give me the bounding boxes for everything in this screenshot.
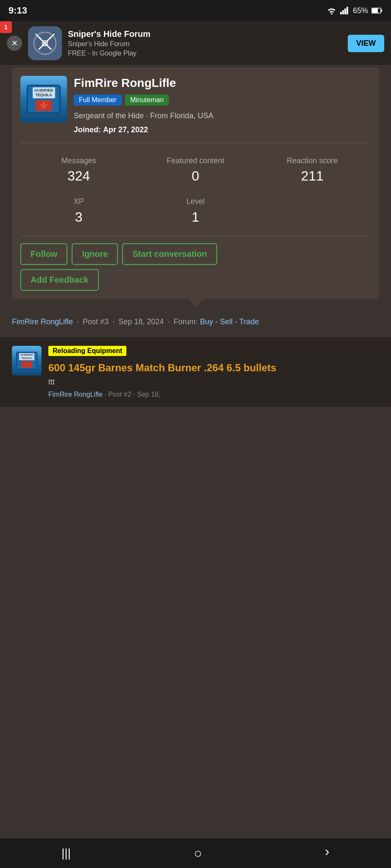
level-value: 1 bbox=[137, 209, 254, 225]
profile-joined: Joined: Apr 27, 2022 bbox=[74, 125, 371, 134]
post-title[interactable]: 600 145gr Barnes Match Burner .264 6.5 b… bbox=[48, 361, 379, 374]
xp-value: 3 bbox=[20, 209, 137, 225]
status-icons: 65% bbox=[327, 6, 383, 15]
post-meta-num: Post #2 bbox=[108, 391, 131, 398]
signal-icon bbox=[340, 7, 349, 14]
action-buttons-row1: Follow Ignore Start conversation bbox=[20, 243, 371, 265]
post-reference: FimRire RongLifle · Post #3 · Sep 18, 20… bbox=[0, 308, 391, 336]
forum-section: ACIDIFIEDTEQUILA Reloading Equipment 600… bbox=[0, 336, 391, 407]
post-ref-date: Sep 18, 2024 bbox=[118, 317, 164, 326]
messages-label: Messages bbox=[20, 156, 137, 166]
stats-grid: Messages 324 Featured content 0 Reaction… bbox=[20, 143, 371, 188]
svg-rect-6 bbox=[381, 9, 382, 12]
wifi-icon bbox=[327, 7, 337, 14]
joined-label: Joined: bbox=[74, 125, 101, 134]
post-ref-num: Post #3 bbox=[83, 317, 109, 326]
stat-reaction: Reaction score 211 bbox=[254, 152, 371, 188]
reaction-value: 211 bbox=[254, 168, 371, 184]
bottom-nav: ||| ○ ‹ bbox=[0, 838, 391, 868]
profile-avatar: ACIDIFIEDTEQUILA bbox=[20, 76, 67, 122]
stat-messages: Messages 324 bbox=[20, 152, 137, 188]
post-body: ttt bbox=[48, 378, 379, 387]
stat-empty bbox=[254, 192, 371, 229]
profile-card: ACIDIFIEDTEQUILA FimRire RongLifle Full … bbox=[12, 67, 379, 299]
ad-close-button[interactable]: ✕ bbox=[7, 36, 22, 51]
xp-label: XP bbox=[20, 197, 137, 206]
stat-xp: XP 3 bbox=[20, 192, 137, 229]
svg-rect-2 bbox=[342, 10, 344, 14]
post-ref-forum-name[interactable]: Buy - Sell - Trade bbox=[200, 317, 259, 326]
ad-view-button[interactable]: VIEW bbox=[348, 35, 384, 52]
ignore-button[interactable]: Ignore bbox=[72, 243, 118, 265]
nav-home-button[interactable]: ○ bbox=[181, 841, 215, 865]
status-bar: 9:13 65% bbox=[0, 0, 391, 21]
stat-level: Level 1 bbox=[137, 192, 254, 229]
nav-recent-button[interactable]: ‹ bbox=[312, 841, 342, 865]
ad-app-icon bbox=[28, 26, 62, 60]
messages-value: 324 bbox=[20, 168, 137, 184]
profile-info: FimRire RongLifle Full Member Minuteman … bbox=[74, 76, 371, 134]
post-meta-date: Sep 18, bbox=[137, 391, 160, 398]
ad-banner: ✕ Sniper's Hide Forum Sniper's Hide Foru… bbox=[0, 21, 391, 66]
ad-app-name: Sniper's Hide Forum bbox=[68, 28, 342, 39]
svg-rect-7 bbox=[372, 8, 378, 13]
post-content-1: Reloading Equipment 600 145gr Barnes Mat… bbox=[48, 346, 379, 398]
post-meta: FimRire RongLifle · Post #2 · Sep 18, bbox=[48, 391, 379, 398]
add-feedback-button[interactable]: Add Feedback bbox=[20, 269, 99, 291]
status-time: 9:13 bbox=[8, 5, 27, 16]
level-label: Level bbox=[137, 197, 254, 206]
notification-badge: 1 bbox=[0, 21, 12, 33]
featured-label: Featured content bbox=[137, 156, 254, 166]
battery-display: 65% bbox=[353, 6, 368, 15]
ad-text-block: Sniper's Hide Forum Sniper's Hide Forum … bbox=[68, 28, 342, 58]
post-ref-forum-label: Forum: bbox=[173, 317, 198, 326]
action-buttons-row2: Add Feedback bbox=[20, 269, 371, 291]
stat-featured: Featured content 0 bbox=[137, 152, 254, 188]
post-category[interactable]: Reloading Equipment bbox=[48, 346, 126, 356]
svg-point-0 bbox=[331, 13, 332, 14]
battery-icon bbox=[371, 7, 383, 14]
popup-arrow bbox=[188, 298, 203, 308]
forum-post-1: ACIDIFIEDTEQUILA Reloading Equipment 600… bbox=[0, 337, 391, 407]
follow-button[interactable]: Follow bbox=[20, 243, 67, 265]
badge-minuteman: Minuteman bbox=[125, 95, 169, 106]
svg-rect-1 bbox=[340, 12, 342, 14]
svg-rect-3 bbox=[344, 8, 346, 14]
post-thumbnail: ACIDIFIEDTEQUILA bbox=[12, 346, 42, 376]
profile-header: ACIDIFIEDTEQUILA FimRire RongLifle Full … bbox=[20, 76, 371, 134]
start-conversation-button[interactable]: Start conversation bbox=[122, 243, 217, 265]
badge-full-member: Full Member bbox=[74, 95, 122, 106]
profile-badges: Full Member Minuteman bbox=[74, 95, 371, 106]
stats-divider bbox=[20, 236, 371, 236]
nav-back-button[interactable]: ||| bbox=[49, 842, 84, 864]
stats-row2: XP 3 Level 1 bbox=[20, 192, 371, 229]
reaction-label: Reaction score bbox=[254, 156, 371, 166]
svg-rect-4 bbox=[346, 7, 348, 14]
post-ref-username[interactable]: FimRire RongLifle bbox=[12, 317, 73, 326]
post-meta-username[interactable]: FimRire RongLifle bbox=[48, 391, 103, 398]
ad-app-subtitle: Sniper's Hide Forum bbox=[68, 39, 342, 49]
ad-app-tag: FREE - In Google Play bbox=[68, 49, 342, 58]
profile-name: FimRire RongLifle bbox=[74, 76, 371, 90]
profile-rank: Sergeant of the Hide · From Florida, USA bbox=[74, 111, 371, 121]
joined-date: Apr 27, 2022 bbox=[103, 125, 148, 134]
featured-value: 0 bbox=[137, 168, 254, 184]
